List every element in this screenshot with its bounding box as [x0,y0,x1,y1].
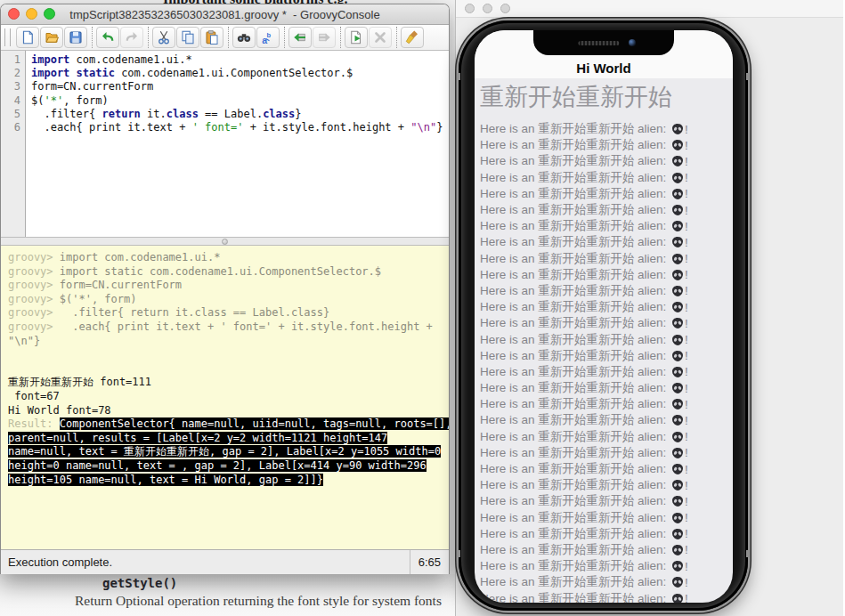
iphone-skin: Hi World 重新开始重新开始 Here is an 重新开始重新开始 al… [459,20,748,611]
alien-emoji [671,123,684,135]
alien-emoji [671,398,684,410]
alien-emoji [671,317,684,329]
new-file-button[interactable] [16,27,39,48]
svg-text:a: a [262,35,267,45]
list-item: Here is an 重新开始重新开始 alien: ! [480,493,733,509]
alien-emoji [671,155,684,167]
new-file-icon [20,29,36,45]
code-line[interactable]: import com.codename1.ui.* [31,53,449,67]
cut-button[interactable] [152,27,175,48]
find-icon [236,29,252,45]
list-item: Here is an 重新开始重新开始 alien: ! [480,218,733,234]
list-item: Here is an 重新开始重新开始 alien: ! [480,477,733,493]
line-number: 4 [1,94,20,108]
output-line: name=null, text = 重新开始重新开始, gap = 2], La… [8,445,449,459]
antenna-line [457,73,460,80]
toolbar-drag-handle[interactable] [4,28,11,46]
output-line: groovy> .each{ print it.text + ' font=' … [8,320,449,335]
close-button[interactable] [8,8,20,20]
alien-emoji [671,139,684,151]
code-line[interactable]: import static com.codename1.ui.Component… [31,67,449,80]
list-item: Here is an 重新开始重新开始 alien: ! [480,315,733,331]
paste-icon [204,29,220,45]
splitter-grip-icon[interactable] [222,239,228,245]
list-item: Here is an 重新开始重新开始 alien: ! [480,267,733,283]
simulator-window: Hi World 重新开始重新开始 Here is an 重新开始重新开始 al… [455,0,845,616]
undo-button[interactable] [96,27,119,48]
groovy-console-window: tmpScript3823532365030323081.groovy * - … [0,4,450,574]
alien-emoji [671,285,684,297]
line-number: 3 [1,80,20,93]
alien-emoji [671,463,684,475]
code-area[interactable]: import com.codename1.ui.*import static c… [26,51,449,237]
alien-emoji [671,172,684,184]
antenna-line [457,550,460,557]
code-line[interactable]: .each{ print it.text + ' font=' + it.sty… [31,121,449,134]
history-prev-button[interactable] [288,27,312,48]
list-item: Here is an 重新开始重新开始 alien: ! [480,121,733,137]
list-item: Here is an 重新开始重新开始 alien: ! [480,429,733,445]
alien-emoji [671,269,684,281]
save-file-button[interactable] [64,27,87,48]
find-replace-button[interactable]: ba [256,27,280,48]
alien-emoji [671,301,684,313]
paste-button[interactable] [200,27,223,48]
toolbar-separator [284,27,285,48]
cut-icon [156,29,172,45]
run-script-button[interactable] [345,27,368,48]
output-line: Result: ComponentSelector{ name=null, ui… [8,417,449,432]
output-line: parent=null, results = [Label[x=2 y=2 wi… [8,432,449,446]
simulator-titlebar[interactable] [456,0,843,18]
toolbar-separator [396,27,397,48]
window-titlebar[interactable]: tmpScript3823532365030323081.groovy * - … [1,4,449,25]
list-item: Here is an 重新开始重新开始 alien: ! [480,558,733,574]
minimize-button[interactable] [26,8,37,20]
list-item: Here is an 重新开始重新开始 alien: ! [480,234,733,250]
alien-emoji [671,382,684,394]
zoom-button[interactable] [44,8,55,20]
line-number: 6 [1,121,20,134]
output-line: "\n"} [8,335,449,349]
history-prev-icon [292,29,308,45]
status-message: Execution complete. [1,555,112,569]
clear-output-icon [404,29,420,45]
svg-text:b: b [267,31,272,39]
output-console[interactable]: groovy> import com.codename1.ui.*groovy>… [1,246,449,549]
alien-emoji [671,350,684,362]
undo-icon [100,29,116,45]
app-content: 重新开始重新开始 Here is an 重新开始重新开始 alien: !Her… [475,81,733,603]
code-editor[interactable]: 123456 import com.codename1.ui.*import s… [1,51,449,237]
label-list: Here is an 重新开始重新开始 alien: !Here is an 重… [480,121,733,603]
code-line[interactable]: $('*', form) [31,94,449,108]
output-line: groovy> import com.codename1.ui.* [8,251,449,265]
interrupt-button [369,27,392,48]
output-line: groovy> import static com.codename1.ui.C… [8,265,449,280]
alien-emoji [671,220,684,232]
alien-emoji [671,447,684,459]
line-number: 5 [1,108,20,121]
heading-label: 重新开始重新开始 [480,81,733,113]
pane-splitter[interactable] [1,237,449,246]
history-next-icon [316,29,332,45]
alien-emoji [671,512,684,524]
code-line[interactable]: form=CN.currentForm [31,80,449,93]
list-item: Here is an 重新开始重新开始 alien: ! [480,202,733,218]
interrupt-icon [372,29,388,45]
minimize-button[interactable] [483,4,492,13]
find-button[interactable] [232,27,256,48]
open-file-icon [44,29,60,45]
open-file-button[interactable] [40,27,63,48]
zoom-button[interactable] [500,4,510,13]
run-script-icon [348,29,364,45]
close-button[interactable] [465,4,475,13]
list-item: Here is an 重新开始重新开始 alien: ! [480,170,733,186]
toolbar-separator [148,27,149,48]
copy-button[interactable] [176,27,199,48]
output-line: font=67 [8,390,449,404]
code-line[interactable]: .filter{ return it.class == Label.class} [31,108,449,121]
phone-screen[interactable]: Hi World 重新开始重新开始 Here is an 重新开始重新开始 al… [475,30,733,603]
list-item: Here is an 重新开始重新开始 alien: ! [480,445,733,461]
output-line [8,362,449,377]
clear-output-button[interactable] [401,27,424,48]
alien-emoji [671,414,684,426]
